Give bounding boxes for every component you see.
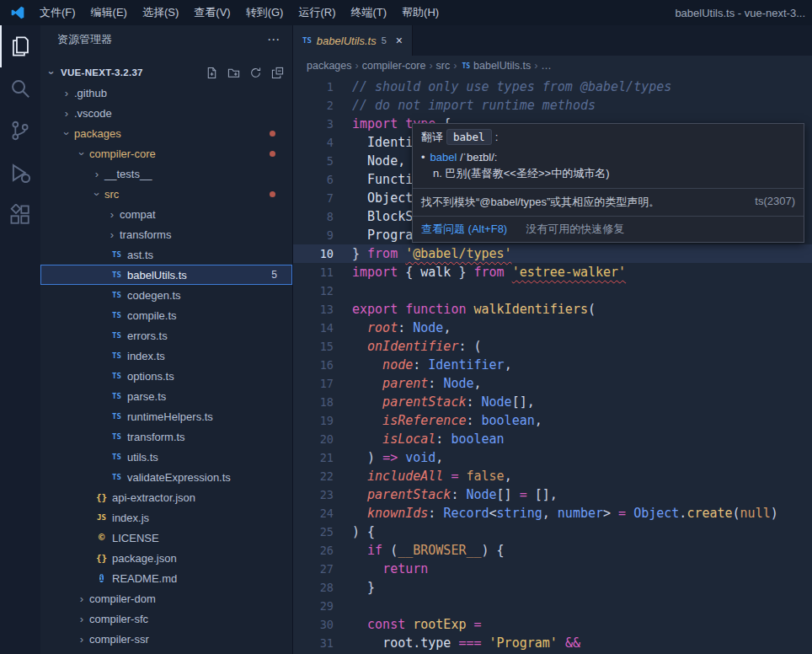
- menu-item[interactable]: 帮助(H): [394, 0, 446, 25]
- line-number: 1: [293, 78, 334, 96]
- refresh-icon[interactable]: [249, 67, 262, 79]
- tree-item-.vscode[interactable]: ›.vscode: [40, 103, 292, 123]
- tree-item-compiler-ssr[interactable]: ›compiler-ssr: [40, 629, 292, 649]
- menu-item[interactable]: 文件(F): [32, 0, 83, 25]
- code-line-24[interactable]: 24 knownIds: Record<string, number> = Ob…: [293, 504, 812, 523]
- tree-item-index.ts[interactable]: TSindex.ts: [40, 346, 292, 366]
- new-file-icon[interactable]: [206, 67, 218, 79]
- code-line-26[interactable]: 26 if (__BROWSER__) {: [293, 541, 812, 560]
- extensions-icon[interactable]: [0, 194, 40, 236]
- code-line-20[interactable]: 20 isLocal: boolean: [293, 430, 812, 448]
- project-section-header[interactable]: › VUE-NEXT-3.2.37: [40, 62, 292, 83]
- code-line-10[interactable]: 10} from '@babel/types': [293, 244, 812, 263]
- code-line-22[interactable]: 22 includeAll = false,: [293, 467, 812, 485]
- menu-item[interactable]: 终端(T): [343, 0, 394, 25]
- tree-item-.github[interactable]: ›.github: [40, 83, 292, 103]
- breadcrumb-item[interactable]: src: [435, 60, 452, 72]
- tree-item-transform.ts[interactable]: TStransform.ts: [40, 426, 292, 447]
- tree-item-label: compiler-sfc: [89, 613, 148, 625]
- tree-item-parse.ts[interactable]: TSparse.ts: [40, 386, 292, 406]
- code-line-28[interactable]: 28 }: [293, 578, 812, 597]
- tree-item-package.json[interactable]: {}package.json: [40, 548, 292, 568]
- tab-babelutils[interactable]: TS babelUtils.ts 5 ×: [293, 25, 413, 56]
- tree-item-LICENSE[interactable]: ©LICENSE: [40, 528, 292, 548]
- tree-item-compiler-core[interactable]: ›compiler-core: [40, 143, 292, 164]
- tree-item-ast.ts[interactable]: TSast.ts: [40, 244, 292, 265]
- breadcrumb-item[interactable]: packages: [305, 60, 354, 72]
- run-debug-icon[interactable]: [0, 152, 40, 194]
- code-line-13[interactable]: 13export function walkIdentifiers(: [293, 300, 812, 319]
- tree-item-codegen.ts[interactable]: TScodegen.ts: [40, 285, 292, 305]
- new-folder-icon[interactable]: [227, 67, 240, 79]
- vscode-logo-icon: [10, 5, 25, 20]
- code-line-19[interactable]: 19 isReference: boolean,: [293, 411, 812, 430]
- code-line-27[interactable]: 27 return: [293, 560, 812, 578]
- code-line-2[interactable]: 2// do not import runtime methods: [293, 96, 812, 115]
- tree-item-src[interactable]: ›src: [40, 184, 292, 204]
- typescript-file-icon: TS: [462, 62, 470, 70]
- tab-problems-badge: 5: [382, 35, 387, 46]
- menu-item[interactable]: 查看(V): [186, 0, 238, 25]
- tree-item-runtimeHelpers.ts[interactable]: TSruntimeHelpers.ts: [40, 406, 292, 426]
- tree-item-transforms[interactable]: ›transforms: [40, 224, 292, 244]
- tree-item-validateExpression.ts[interactable]: TSvalidateExpression.ts: [40, 467, 292, 487]
- code-line-15[interactable]: 15 onIdentifier: (: [293, 337, 812, 356]
- babel-word-link[interactable]: babel: [430, 151, 457, 164]
- tree-item-babelUtils.ts[interactable]: TSbabelUtils.ts5: [40, 265, 292, 285]
- code-line-29[interactable]: 29: [293, 597, 812, 615]
- tree-item-README.md[interactable]: iREADME.md: [40, 568, 292, 588]
- vscode-window: 文件(F)编辑(E)选择(S)查看(V)转到(G)运行(R)终端(T)帮助(H)…: [0, 0, 812, 654]
- explorer-icon[interactable]: [0, 25, 40, 67]
- code-line-25[interactable]: 25) {: [293, 523, 812, 541]
- tree-item-__tests__[interactable]: ›__tests__: [40, 164, 292, 184]
- line-number: 31: [293, 634, 334, 652]
- line-number: 6: [293, 170, 334, 189]
- source-control-icon[interactable]: [0, 110, 40, 152]
- modified-dot-badge: [270, 151, 275, 157]
- menu-item[interactable]: 编辑(E): [83, 0, 135, 25]
- error-text: 找不到模块“@babel/types”或其相应的类型声明。: [421, 195, 660, 210]
- code-line-17[interactable]: 17 parent: Node,: [293, 374, 812, 393]
- code-line-11[interactable]: 11import { walk } from 'estree-walker': [293, 263, 812, 281]
- tree-item-api-extractor.json[interactable]: {}api-extractor.json: [40, 487, 292, 507]
- chevron-right-icon: ›: [453, 60, 457, 72]
- tree-item-label: compat: [120, 208, 156, 221]
- code-line-1[interactable]: 1// should only use types from @babel/ty…: [293, 78, 812, 96]
- collapse-folders-icon[interactable]: [271, 67, 284, 79]
- tree-item-index.js[interactable]: JSindex.js: [40, 507, 292, 528]
- search-icon[interactable]: [0, 67, 40, 110]
- more-actions-icon[interactable]: ⋯: [267, 32, 280, 47]
- breadcrumb-item[interactable]: babelUtils.ts: [472, 60, 532, 72]
- menu-item[interactable]: 运行(R): [291, 0, 343, 25]
- tree-item-compile.ts[interactable]: TScompile.ts: [40, 305, 292, 325]
- menu-item[interactable]: 选择(S): [135, 0, 186, 25]
- code-line-12[interactable]: 12: [293, 281, 812, 300]
- explorer-title: 资源管理器: [57, 32, 112, 47]
- tree-item-compiler-sfc[interactable]: ›compiler-sfc: [40, 608, 292, 629]
- close-icon[interactable]: ×: [396, 34, 403, 47]
- code-chip: babel: [446, 129, 492, 145]
- tree-item-packages[interactable]: ›packages: [40, 123, 292, 143]
- line-number: 15: [293, 337, 334, 356]
- code-line-21[interactable]: 21 ) => void,: [293, 448, 812, 467]
- translation-meaning: n. 巴别(基督教<<圣经>>中的城市名): [413, 164, 804, 188]
- tree-item-compiler-dom[interactable]: ›compiler-dom: [40, 588, 292, 608]
- tooltip-status-row: 查看问题 (Alt+F8) 没有可用的快速修复: [413, 216, 804, 242]
- breadcrumb-item[interactable]: compiler-core: [361, 60, 428, 72]
- code-line-16[interactable]: 16 node: Identifier,: [293, 356, 812, 374]
- tree-item-options.ts[interactable]: TSoptions.ts: [40, 366, 292, 386]
- code-line-14[interactable]: 14 root: Node,: [293, 319, 812, 337]
- code-line-23[interactable]: 23 parentStack: Node[] = [],: [293, 485, 812, 504]
- line-number: 25: [293, 523, 334, 541]
- code-line-30[interactable]: 30 const rootExp =: [293, 615, 812, 634]
- code-line-31[interactable]: 31 root.type === 'Program' &&: [293, 634, 812, 652]
- tree-item-utils.ts[interactable]: TSutils.ts: [40, 447, 292, 467]
- view-problem-link[interactable]: 查看问题 (Alt+F8): [421, 222, 507, 237]
- tree-item-compat[interactable]: ›compat: [40, 204, 292, 224]
- code-line-18[interactable]: 18 parentStack: Node[],: [293, 393, 812, 411]
- chevron-down-icon: ›: [91, 186, 104, 201]
- tree-item-errors.ts[interactable]: TSerrors.ts: [40, 325, 292, 346]
- tree-item-label: babelUtils.ts: [127, 269, 187, 281]
- menu-item[interactable]: 转到(G): [238, 0, 291, 25]
- breadcrumb-item[interactable]: …: [539, 60, 553, 72]
